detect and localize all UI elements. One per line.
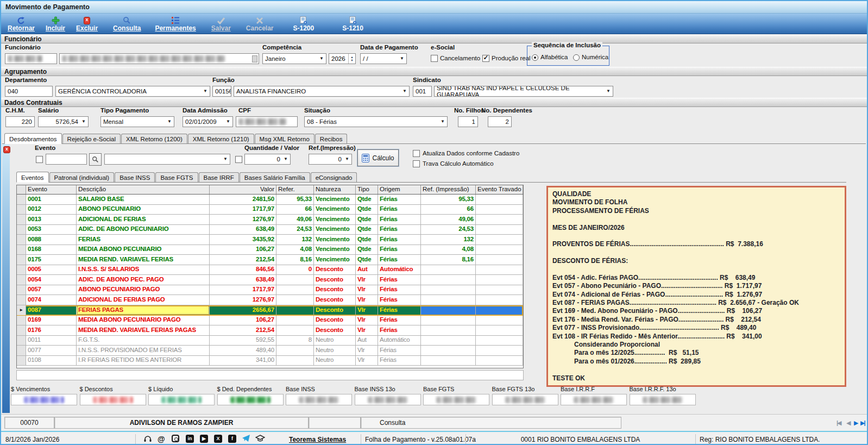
producao-real-checkbox[interactable] (482, 55, 489, 62)
excluir-button[interactable]: Excluir (73, 15, 101, 33)
situacao-select[interactable]: 08 - Férias (304, 116, 448, 127)
column-header[interactable]: Evento (26, 185, 77, 194)
sub-tab[interactable]: eConsignado (311, 172, 357, 182)
instagram-icon[interactable] (172, 435, 179, 442)
cpf-field[interactable] (236, 116, 298, 127)
column-header[interactable]: Descrição (77, 185, 210, 194)
column-header[interactable]: Valor (210, 185, 276, 194)
table-row[interactable]: 0074 ADICIONAL DE FERIAS PAGO 1276,97 De… (17, 295, 523, 305)
salario-combo[interactable]: 5726,54 (38, 116, 89, 127)
table-row[interactable]: 0088 FERIAS 3435,92 132 Vencimento Qtde … (17, 235, 523, 245)
table-row[interactable]: 0087 FERIAS PAGAS 2656,67 Desconto Vlr F… (17, 305, 523, 316)
ref-impressao-combo[interactable]: 0 (309, 154, 352, 165)
consulta-button[interactable]: Consulta (110, 15, 144, 33)
table-row[interactable]: 0108 I.R FERIAS RETIDO MES ANTERIOR 341,… (17, 356, 523, 366)
cancelamento-checkbox[interactable] (431, 55, 438, 62)
sindicato-code-field[interactable]: 001 (413, 86, 432, 97)
s1200-button[interactable]: S-1200 (290, 15, 318, 33)
sub-tab[interactable]: Patronal (individual) (49, 172, 115, 182)
cell-valor: 1276,97 (210, 295, 276, 305)
funcao-code-field[interactable]: 00156 (212, 86, 231, 97)
data-pagamento-select[interactable]: / / (360, 53, 407, 64)
table-row[interactable]: 0168 MEDIA ABONO PECUNIARIO 106,27 4,08 … (17, 245, 523, 255)
teorema-sistemas-link[interactable]: Teorema Sistemas (289, 436, 346, 443)
x-twitter-icon[interactable]: X (214, 435, 222, 443)
departamento-code-field[interactable]: 040 (5, 86, 53, 97)
next-record-icon[interactable]: ▶ (854, 419, 858, 427)
headset-icon[interactable] (143, 435, 152, 443)
sub-tab[interactable]: Base FGTS (155, 172, 198, 182)
facebook-icon[interactable]: f (228, 435, 236, 443)
table-row[interactable]: 0013 ADICIONAL DE FERIAS 1276,97 49,06 V… (17, 215, 523, 225)
tipo-pagamento-select[interactable]: Mensal (100, 116, 174, 127)
table-row[interactable]: 0011 F.G.T.S. 592,55 8 Neutro Aut Automá… (17, 336, 523, 346)
at-icon[interactable]: @ (158, 435, 165, 443)
table-row[interactable]: 0005 I.N.S.S. S/ SALARIOS 846,56 0 Desco… (17, 265, 523, 275)
numerica-radio[interactable] (573, 54, 580, 61)
column-header[interactable]: Tipo (356, 185, 378, 194)
incluir-button[interactable]: Incluir (42, 15, 68, 33)
s1210-button[interactable]: S-1210 (339, 15, 367, 33)
evento-checkbox[interactable] (36, 156, 43, 163)
main-tab[interactable]: Recibos (315, 134, 348, 143)
main-tab[interactable]: Rejeição e-Social (62, 134, 121, 143)
processing-memo[interactable]: QUALIDADEMOVIMENTO DE FOLHAPROCESSAMENTO… (546, 186, 846, 387)
ellipsis-button[interactable] (252, 55, 257, 62)
evento-search-button[interactable] (89, 153, 102, 166)
table-row[interactable]: 0012 ABONO PECUNIARIO 1717,97 66 Vencime… (17, 205, 523, 215)
chm-field[interactable]: 220 (5, 116, 35, 127)
evento-code-input[interactable] (46, 154, 87, 165)
sub-tab[interactable]: Base INSS (115, 172, 155, 182)
column-header[interactable]: Natureza (314, 185, 356, 194)
column-header[interactable]: Refer. (276, 185, 314, 194)
trava-checkbox[interactable] (413, 160, 420, 167)
spinner-arrows-icon[interactable]: ▲▼ (348, 54, 355, 64)
main-tab[interactable]: Msg XML Retorno (255, 134, 315, 143)
table-row[interactable]: 0175 MEDIA REND. VARIAVEL FERIAS 212,54 … (17, 255, 523, 265)
funcionario-code-field[interactable] (5, 53, 57, 64)
sub-tab[interactable]: Eventos (16, 172, 49, 183)
youtube-icon[interactable]: ▶ (200, 435, 208, 443)
funcionario-name-field[interactable] (59, 53, 259, 64)
sub-tab[interactable]: Bases Salário Família (240, 172, 310, 182)
cell-natureza: Vencimento (314, 215, 356, 224)
competencia-select[interactable]: Janeiro (262, 53, 326, 64)
last-record-icon[interactable]: ▶ (860, 419, 866, 427)
column-header[interactable]: Evento Travado (476, 185, 523, 194)
table-row[interactable]: 0057 ABONO PECUNIARIO PAGO 1717,97 Desco… (17, 285, 523, 296)
column-header[interactable]: Origem (378, 185, 421, 194)
table-row[interactable]: 0054 ADIC. DE ABONO PEC. PAGO 638,49 Des… (17, 275, 523, 285)
table-row[interactable]: 0053 ADIC. DE ABONO PECUNIARIO 638,49 24… (17, 225, 523, 235)
retornar-button[interactable]: Retornar (4, 15, 38, 33)
first-record-icon[interactable]: ◀ (836, 419, 842, 427)
table-row[interactable]: 0176 MEDIA REND. VARIAVEL FERIAS PAGAS 2… (17, 325, 523, 336)
calculo-button[interactable]: Cálculo (357, 149, 399, 166)
paper-plane-icon[interactable] (242, 435, 250, 442)
atualiza-checkbox[interactable] (413, 150, 420, 157)
quantidade-combo[interactable]: 0 (244, 154, 291, 165)
competencia-year-spinner[interactable]: 2026 ▲▼ (329, 53, 356, 64)
column-header[interactable]: Ref. (Impressão) (421, 185, 476, 194)
table-row[interactable]: 0077 I.N.S.S. PROVISIONADO EM FERIAS 489… (17, 346, 523, 356)
funcao-select[interactable]: ANALISTA FINANCEIRO (234, 86, 410, 97)
departamento-select[interactable]: GERÊNCIA CONTROLADORIA (55, 86, 210, 97)
table-row[interactable]: 0169 MEDIA ABONO PECUNIARIO PAGO 106,27 … (17, 316, 523, 326)
previous-record-icon[interactable]: ◀ (846, 419, 851, 427)
dependentes-field[interactable]: 2 (488, 116, 512, 127)
alfabetica-radio[interactable] (532, 54, 538, 61)
main-tab[interactable]: Desdobramentos (4, 133, 62, 144)
close-panel-button[interactable] (3, 146, 10, 153)
main-tab[interactable]: XML Retorno (1200) (121, 134, 187, 143)
sub-tab[interactable]: Base IRRF (199, 172, 239, 182)
permanentes-button[interactable]: Permanentes (152, 15, 199, 33)
sindicato-select[interactable]: SIND TRAB NAS IND PAPEL E CELULOSE DE GU… (434, 86, 613, 97)
table-row[interactable]: 0001 SALARIO BASE 2481,50 95,33 Vencimen… (17, 195, 523, 205)
main-tab[interactable]: XML Retorno (1210) (188, 134, 254, 143)
linkedin-icon[interactable]: in (186, 435, 194, 443)
evento-select[interactable] (104, 154, 230, 165)
graduation-cap-icon[interactable] (255, 435, 265, 442)
filhos-field[interactable]: 1 (458, 116, 478, 127)
cell-natureza: Vencimento (314, 195, 356, 204)
quantidade-checkbox[interactable] (235, 156, 242, 163)
data-admissao-select[interactable]: 02/01/2009 (183, 116, 233, 127)
